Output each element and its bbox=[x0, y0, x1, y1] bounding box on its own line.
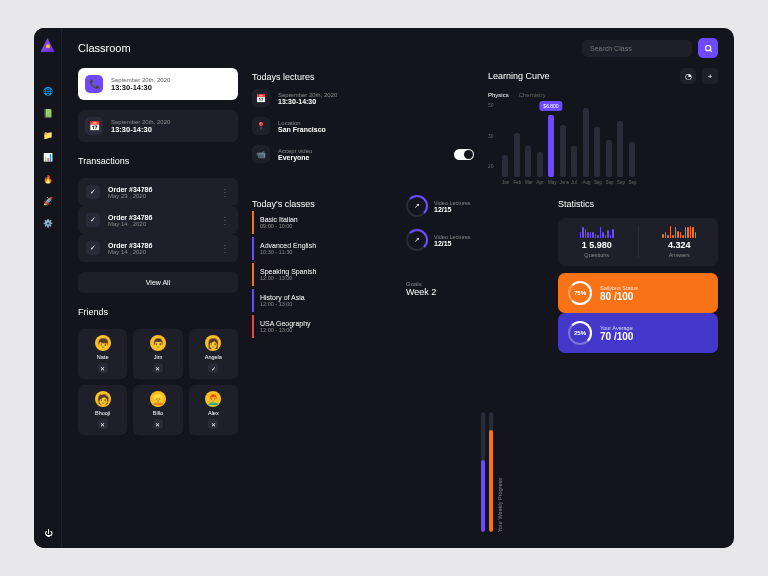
friend-action-button[interactable]: ✕ bbox=[98, 419, 108, 429]
chart-bar[interactable] bbox=[629, 142, 635, 177]
progress-ring-item: ↗Video Lectures12/15 bbox=[406, 195, 471, 217]
schedule-date: September 20th, 2020 bbox=[111, 77, 170, 83]
chart-bar[interactable] bbox=[560, 125, 566, 178]
calendar-icon: 📅 bbox=[85, 117, 103, 135]
class-time: 10:30 - 11:30 bbox=[260, 249, 316, 255]
nav-folder-icon[interactable]: 📁 bbox=[43, 130, 53, 140]
friend-card[interactable]: 👨Jim✕ bbox=[133, 329, 182, 379]
lecture-row: 📹Accept videoEveryone bbox=[252, 140, 474, 168]
class-name: USA Geography bbox=[260, 320, 311, 327]
class-time: 12:00 - 13:00 bbox=[260, 327, 311, 333]
lecture-row: 📅September 20th, 202013:30-14:30 bbox=[252, 84, 474, 112]
learning-curve-panel: Learning Curve ◔ + Physics Chemistry 503… bbox=[488, 68, 718, 185]
class-row[interactable]: History of Asia12:00 - 13:00 bbox=[252, 289, 392, 312]
transaction-row[interactable]: ✓Order #34786May 14 , 2020⋮ bbox=[78, 206, 238, 234]
class-name: Advanced English bbox=[260, 242, 316, 249]
avatar: 🧑 bbox=[95, 391, 111, 407]
chart-type-button[interactable]: ◔ bbox=[680, 68, 696, 84]
friend-action-button[interactable]: ✕ bbox=[98, 363, 108, 373]
class-row[interactable]: USA Geography12:00 - 13:00 bbox=[252, 315, 392, 338]
schedule-time: 13:30-14:30 bbox=[111, 83, 170, 92]
check-icon: ✓ bbox=[86, 241, 100, 255]
class-row[interactable]: Speaking Spanish12:00 - 13:00 bbox=[252, 263, 392, 286]
lecture-label: September 20th, 2020 bbox=[278, 92, 337, 98]
friend-name: Alex bbox=[208, 410, 219, 416]
curve-tabs: Physics Chemistry bbox=[488, 92, 718, 98]
class-row[interactable]: Basic Italian09:00 - 10:00 bbox=[252, 211, 392, 234]
page-title: Classroom bbox=[78, 42, 131, 54]
classes-title: Today's classes bbox=[252, 199, 392, 209]
nav-rocket-icon[interactable]: 🚀 bbox=[43, 196, 53, 206]
lecture-icon: 📍 bbox=[252, 117, 270, 135]
svg-point-0 bbox=[705, 45, 710, 50]
friend-card[interactable]: 🧑Bhooji✕ bbox=[78, 385, 127, 435]
progress-ring-item: ↗Video Lectures12/15 bbox=[406, 229, 471, 251]
transaction-row[interactable]: ✓Order #34786May 23 , 2020⋮ bbox=[78, 178, 238, 206]
stat-card[interactable]: 75%Sallybus Status80 /100 bbox=[558, 273, 718, 313]
friend-action-button[interactable]: ✕ bbox=[153, 419, 163, 429]
friend-card[interactable]: 👩Angela✓ bbox=[189, 329, 238, 379]
main-area: Classroom 📞 September 20th, 2020 13:30-1… bbox=[62, 28, 734, 548]
search-input[interactable] bbox=[582, 40, 692, 57]
more-icon[interactable]: ⋮ bbox=[220, 243, 230, 254]
avatar: 👩 bbox=[205, 335, 221, 351]
chart-bar[interactable] bbox=[502, 155, 508, 178]
logo-icon[interactable] bbox=[41, 38, 55, 52]
friend-card[interactable]: 👦Nate✕ bbox=[78, 329, 127, 379]
nav-chart-icon[interactable]: 📊 bbox=[43, 152, 53, 162]
friends-title: Friends bbox=[78, 307, 238, 317]
questions-value: 1 5.980 bbox=[582, 240, 612, 250]
stat-card[interactable]: 25%Your Average70 /100 bbox=[558, 313, 718, 353]
answers-value: 4.324 bbox=[668, 240, 691, 250]
friend-name: Angela bbox=[205, 354, 222, 360]
nav-dashboard-icon[interactable]: 🌐 bbox=[43, 86, 53, 96]
more-icon[interactable]: ⋮ bbox=[220, 215, 230, 226]
friend-action-button[interactable]: ✕ bbox=[153, 363, 163, 373]
class-row[interactable]: Advanced English10:30 - 11:30 bbox=[252, 237, 392, 260]
friend-card[interactable]: 👱Billo✕ bbox=[133, 385, 182, 435]
schedule-card[interactable]: 📅 September 20th, 2020 13:30-14:30 bbox=[78, 110, 238, 142]
friend-card[interactable]: 👨‍🦰Alex✕ bbox=[189, 385, 238, 435]
friend-action-button[interactable]: ✓ bbox=[208, 363, 218, 373]
more-icon[interactable]: ⋮ bbox=[220, 187, 230, 198]
chart-bar[interactable] bbox=[594, 127, 600, 177]
tab-physics[interactable]: Physics bbox=[488, 92, 509, 98]
add-button[interactable]: + bbox=[702, 68, 718, 84]
schedule-card[interactable]: 📞 September 20th, 2020 13:30-14:30 bbox=[78, 68, 238, 100]
right-area: Todays lectures 📅September 20th, 202013:… bbox=[252, 68, 718, 532]
chart-bar[interactable] bbox=[537, 152, 543, 177]
nav-book-icon[interactable]: 📗 bbox=[43, 108, 53, 118]
friend-action-button[interactable]: ✕ bbox=[208, 419, 218, 429]
ring-icon: ↗ bbox=[406, 195, 428, 217]
class-time: 09:00 - 10:00 bbox=[260, 223, 298, 229]
topbar: Classroom bbox=[62, 28, 734, 68]
chart-bar[interactable] bbox=[606, 140, 612, 178]
lecture-value: San Francisco bbox=[278, 126, 326, 133]
search-button[interactable] bbox=[698, 38, 718, 58]
chart-bar[interactable]: $6.800 bbox=[548, 115, 554, 178]
content: 📞 September 20th, 2020 13:30-14:30 📅 Sep… bbox=[62, 68, 734, 548]
progress-bar bbox=[481, 412, 485, 532]
chart-bar[interactable] bbox=[571, 146, 577, 177]
chart-bar[interactable] bbox=[525, 146, 531, 177]
chart-bar[interactable] bbox=[514, 133, 520, 177]
nav-settings-icon[interactable]: ⚙️ bbox=[43, 218, 53, 228]
tab-chemistry[interactable]: Chemistry bbox=[519, 92, 546, 98]
answers-label: Answers bbox=[669, 252, 690, 258]
chart-bar[interactable] bbox=[617, 121, 623, 177]
nav-power-icon[interactable]: ⏻ bbox=[43, 528, 53, 538]
friend-name: Bhooji bbox=[95, 410, 110, 416]
video-toggle[interactable] bbox=[454, 149, 474, 160]
avatar: 👨‍🦰 bbox=[205, 391, 221, 407]
progress-panel: ↗Video Lectures12/15↗Video Lectures12/15… bbox=[406, 195, 544, 532]
nav-fire-icon[interactable]: 🔥 bbox=[43, 174, 53, 184]
class-name: Speaking Spanish bbox=[260, 268, 316, 275]
stats-summary-card: 1 5.980 Questions 4.324 Answers bbox=[558, 218, 718, 266]
order-date: May 14 , 2020 bbox=[108, 221, 152, 227]
view-all-button[interactable]: View All bbox=[78, 272, 238, 293]
chart-bar[interactable] bbox=[583, 108, 589, 177]
order-id: Order #34786 bbox=[108, 186, 152, 193]
transaction-row[interactable]: ✓Order #34786May 14 , 2020⋮ bbox=[78, 234, 238, 262]
class-time: 12:00 - 13:00 bbox=[260, 275, 316, 281]
svg-line-1 bbox=[710, 50, 712, 52]
